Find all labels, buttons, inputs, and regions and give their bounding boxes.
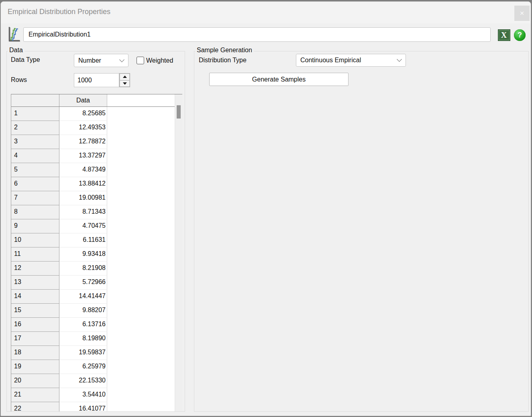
empty-cell bbox=[107, 191, 182, 205]
data-value-cell[interactable]: 5.72966 bbox=[59, 276, 107, 290]
empty-cell bbox=[107, 346, 182, 360]
row-number-cell[interactable]: 21 bbox=[11, 388, 59, 402]
data-value-cell[interactable]: 12.78872 bbox=[59, 135, 107, 149]
data-value-cell[interactable]: 8.21908 bbox=[59, 262, 107, 276]
row-number-cell[interactable]: 2 bbox=[11, 121, 59, 135]
arrow-down-icon bbox=[123, 82, 127, 85]
row-number-cell[interactable]: 12 bbox=[11, 262, 59, 276]
empty-cell bbox=[107, 262, 182, 276]
data-type-value: Number bbox=[78, 57, 101, 64]
data-value-cell[interactable]: 6.25979 bbox=[59, 360, 107, 374]
data-value-cell[interactable]: 9.88207 bbox=[59, 304, 107, 318]
data-value-cell[interactable]: 13.88412 bbox=[59, 177, 107, 191]
chevron-down-icon bbox=[119, 57, 124, 62]
name-input[interactable] bbox=[23, 27, 491, 42]
data-value-cell[interactable]: 8.19890 bbox=[59, 332, 107, 346]
table-row: 2216.41077 bbox=[11, 402, 182, 411]
row-number-cell[interactable]: 10 bbox=[11, 233, 59, 247]
empty-cell bbox=[107, 177, 182, 191]
table-row: 54.87349 bbox=[11, 163, 182, 177]
empirical-distribution-properties-dialog: Empirical Distribution Properties × X ? … bbox=[0, 1, 531, 416]
spin-up-button[interactable] bbox=[120, 74, 130, 80]
window-title: Empirical Distribution Properties bbox=[8, 8, 110, 16]
spin-down-button[interactable] bbox=[120, 80, 130, 87]
row-number-cell[interactable]: 5 bbox=[11, 163, 59, 177]
data-value-cell[interactable]: 19.00981 bbox=[59, 191, 107, 205]
table-row: 1414.41447 bbox=[11, 290, 182, 304]
row-number-cell[interactable]: 8 bbox=[11, 205, 59, 219]
row-number-cell[interactable]: 13 bbox=[11, 276, 59, 290]
empty-cell bbox=[107, 233, 182, 247]
data-value-cell[interactable]: 4.87349 bbox=[59, 163, 107, 177]
row-number-cell[interactable]: 17 bbox=[11, 332, 59, 346]
row-number-cell[interactable]: 14 bbox=[11, 290, 59, 304]
table-row: 166.13716 bbox=[11, 318, 182, 332]
table-row: 88.71343 bbox=[11, 205, 182, 219]
scrollbar-thumb[interactable] bbox=[177, 105, 181, 119]
table-row: 413.37297 bbox=[11, 149, 182, 163]
data-value-cell[interactable]: 13.37297 bbox=[59, 149, 107, 163]
generate-samples-button[interactable]: Generate Samples bbox=[209, 73, 349, 86]
table-row: 159.88207 bbox=[11, 304, 182, 318]
data-value-cell[interactable]: 16.41077 bbox=[59, 402, 107, 411]
distribution-type-select[interactable]: Continuous Empirical bbox=[296, 54, 406, 67]
empty-cell bbox=[107, 135, 182, 149]
table-row: 213.54410 bbox=[11, 388, 182, 402]
row-number-cell[interactable]: 15 bbox=[11, 304, 59, 318]
data-value-cell[interactable]: 6.11631 bbox=[59, 233, 107, 247]
row-number-cell[interactable]: 7 bbox=[11, 191, 59, 205]
row-number-cell[interactable]: 4 bbox=[11, 149, 59, 163]
table-corner-cell[interactable] bbox=[11, 94, 59, 106]
data-value-cell[interactable]: 8.25685 bbox=[59, 107, 107, 121]
weighted-label: Weighted bbox=[146, 57, 173, 64]
row-number-cell[interactable]: 18 bbox=[11, 346, 59, 360]
data-value-cell[interactable]: 3.54410 bbox=[59, 388, 107, 402]
row-number-cell[interactable]: 1 bbox=[11, 107, 59, 121]
data-value-cell[interactable]: 12.49353 bbox=[59, 121, 107, 135]
data-column-header[interactable]: Data bbox=[59, 94, 107, 106]
row-number-cell[interactable]: 16 bbox=[11, 318, 59, 332]
help-icon[interactable]: ? bbox=[514, 29, 526, 41]
table-row: 135.72966 bbox=[11, 276, 182, 290]
data-group: Data Data Type Number Weighted Rows Data… bbox=[6, 51, 185, 412]
data-value-cell[interactable]: 19.59837 bbox=[59, 346, 107, 360]
table-row: 613.88412 bbox=[11, 177, 182, 191]
data-value-cell[interactable]: 22.15330 bbox=[59, 374, 107, 388]
row-number-cell[interactable]: 6 bbox=[11, 177, 59, 191]
row-number-cell[interactable]: 22 bbox=[11, 402, 59, 411]
close-button[interactable]: × bbox=[514, 6, 530, 21]
table-row: 2022.15330 bbox=[11, 374, 182, 388]
distribution-type-label: Distribution Type bbox=[199, 57, 247, 64]
empty-cell bbox=[107, 219, 182, 233]
row-number-cell[interactable]: 11 bbox=[11, 247, 59, 262]
data-value-cell[interactable]: 8.71343 bbox=[59, 205, 107, 219]
data-value-cell[interactable]: 9.93418 bbox=[59, 247, 107, 262]
row-number-cell[interactable]: 20 bbox=[11, 374, 59, 388]
table-row: 1819.59837 bbox=[11, 346, 182, 360]
rows-input[interactable] bbox=[74, 73, 119, 87]
table-row: 128.21908 bbox=[11, 262, 182, 276]
data-value-cell[interactable]: 14.41447 bbox=[59, 290, 107, 304]
row-number-cell[interactable]: 19 bbox=[11, 360, 59, 374]
table-row: 178.19890 bbox=[11, 332, 182, 346]
empty-cell bbox=[107, 332, 182, 346]
weighted-checkbox[interactable] bbox=[137, 57, 144, 64]
row-number-cell[interactable]: 3 bbox=[11, 135, 59, 149]
rows-label: Rows bbox=[11, 76, 27, 84]
empty-cell bbox=[107, 247, 182, 262]
data-value-cell[interactable]: 6.13716 bbox=[59, 318, 107, 332]
empty-cell bbox=[107, 374, 182, 388]
data-value-cell[interactable]: 4.70475 bbox=[59, 219, 107, 233]
table-row: 18.25685 bbox=[11, 107, 182, 121]
table-row: 119.93418 bbox=[11, 247, 182, 262]
data-type-select[interactable]: Number bbox=[74, 54, 128, 67]
row-number-cell[interactable]: 9 bbox=[11, 219, 59, 233]
empty-cell bbox=[107, 290, 182, 304]
title-bar: Empirical Distribution Properties × bbox=[1, 2, 531, 23]
empty-cell bbox=[107, 121, 182, 135]
table-vertical-scrollbar[interactable] bbox=[175, 94, 182, 411]
excel-export-icon[interactable]: X bbox=[498, 29, 510, 41]
sample-generation-group-label: Sample Generation bbox=[195, 47, 254, 54]
empty-cell bbox=[107, 149, 182, 163]
empty-cell bbox=[107, 360, 182, 374]
